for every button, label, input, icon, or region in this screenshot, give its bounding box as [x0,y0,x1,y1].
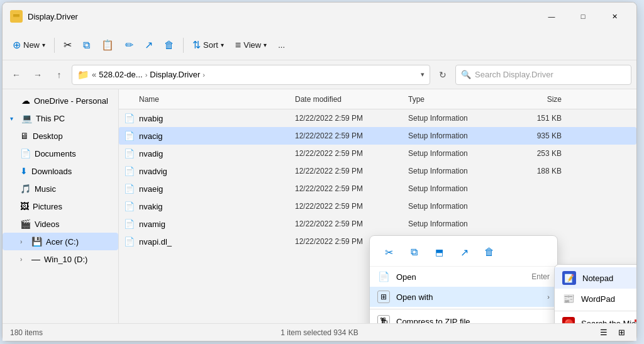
rename-icon: ✏ [125,39,133,51]
cm-openwith-icon: ⊞ [377,291,390,303]
sidebar-item-label: Documents [35,149,113,158]
file-type: Setup Information [408,167,521,175]
file-date: 12/22/2022 2:59 PM [295,202,408,211]
sidebar-item-d-drive[interactable]: › — Win_10 (D:) [3,250,118,268]
file-type: Setup Information [408,202,521,211]
breadcrumb[interactable]: 📁 « 528.02-de... › Display.Driver › ▾ [72,65,430,85]
up-button[interactable]: ↑ [50,66,68,84]
cm-zip-item[interactable]: 🗜 Compress to ZIP file [370,311,557,323]
submenu-item-notepad[interactable]: 📝 Notepad [555,267,636,289]
file-name: 📄 nvacig [119,131,295,141]
sort-icon: ⇅ [192,39,201,51]
sidebar-item-music[interactable]: 🎵 Music [3,180,118,197]
breadcrumb-folder-icon: 📁 [77,69,89,80]
cm-open-item[interactable]: 📄 Open Enter [370,267,557,287]
new-icon: ⊕ [13,39,21,51]
sidebar-item-pictures[interactable]: 🖼 Pictures [3,197,118,215]
file-name: 📄 nvadig [119,148,295,158]
view-icon: ≡ [235,40,241,51]
table-row[interactable]: 📄 nvadvig 12/22/2022 2:59 PM Setup Infor… [119,162,636,180]
sidebar-item-downloads[interactable]: ⬇ Downloads [3,162,118,180]
delete-button[interactable]: 🗑 [159,36,179,54]
table-row[interactable]: 📄 nvadig 12/22/2022 2:59 PM Setup Inform… [119,145,636,162]
arrow-icon: ▾ [10,115,18,122]
table-row[interactable]: 📄 nvamig 12/22/2022 2:59 PM Setup Inform… [119,215,636,233]
sidebar-item-onedrive[interactable]: ☁ OneDrive - Personal [3,92,118,109]
sidebar-item-label: Downloads [31,167,113,176]
search-placeholder: Search Display.Driver [475,70,553,79]
breadcrumb-dropdown-icon[interactable]: ▾ [421,70,425,79]
rename-button[interactable]: ✏ [120,36,138,54]
maximize-button[interactable]: □ [569,6,597,26]
sidebar-item-videos[interactable]: 🎬 Videos [3,215,118,233]
view-label: View [243,40,261,50]
submenu-item-store[interactable]: 🔴 Search the Microsoft Store [555,313,636,323]
new-button[interactable]: ⊕ New ▾ [8,36,50,54]
refresh-button[interactable]: ↻ [434,66,452,84]
cut-button[interactable]: ✂ [58,36,77,54]
cm-openwith-item[interactable]: ⊞ Open with › [370,287,557,307]
file-name-text: nvacig [139,131,163,141]
column-size-header[interactable]: Size [521,95,572,104]
cm-cut-button[interactable]: ✂ [377,242,400,262]
sidebar-item-label: This PC [36,114,113,123]
minimize-button[interactable]: — [537,6,566,26]
videos-icon: 🎬 [20,219,31,229]
cm-delete-button[interactable]: 🗑 [478,242,501,262]
close-button[interactable]: ✕ [600,6,629,26]
store-icon: 🔴 [562,317,575,323]
submenu-item-label: Notepad [582,274,613,283]
column-name-header[interactable]: Name [119,95,295,104]
sidebar-item-desktop[interactable]: 🖥 Desktop [3,127,118,145]
sidebar-item-thispc[interactable]: ▾ 💻 This PC [3,109,118,127]
table-row[interactable]: 📄 nvacig 12/22/2022 2:59 PM Setup Inform… [119,127,636,145]
delete-icon: 🗑 [164,40,174,51]
submenu-item-wordpad[interactable]: 📰 WordPad [555,289,636,309]
table-row[interactable]: 📄 nvakig 12/22/2022 2:59 PM Setup Inform… [119,197,636,215]
search-bar[interactable]: 🔍 Search Display.Driver [455,65,631,85]
table-row[interactable]: 📄 nvaeig 12/22/2022 2:59 PM Setup Inform… [119,180,636,197]
new-label: New [23,40,40,50]
breadcrumb-part1: « [92,70,96,79]
sidebar-item-label: OneDrive - Personal [34,96,113,106]
forward-button[interactable]: → [29,66,47,84]
file-date: 12/22/2022 2:59 PM [295,131,408,140]
breadcrumb-sep1: › [145,71,148,79]
more-button[interactable]: ... [273,37,290,53]
view-button[interactable]: ≡ View ▾ [230,36,272,54]
sidebar: ☁ OneDrive - Personal ▾ 💻 This PC 🖥 Desk… [3,89,119,323]
file-name: 📄 nvamig [119,219,295,229]
back-button[interactable]: ← [8,66,25,84]
desktop-icon: 🖥 [20,131,29,141]
table-row[interactable]: 📄 nvabig 12/22/2022 2:59 PM Setup Inform… [119,109,636,127]
file-type: Setup Information [408,114,521,123]
cm-copy-button[interactable]: ⧉ [402,242,425,262]
column-type-header[interactable]: Type [408,95,521,104]
share-icon: ↗ [145,39,153,51]
wordpad-icon: 📰 [562,292,575,305]
file-icon: 📄 [124,113,135,123]
share-button[interactable]: ↗ [140,36,158,54]
cm-paste-button[interactable]: ⬒ [428,242,450,262]
paste-button[interactable]: 📋 [96,36,119,54]
breadcrumb-folder1: 528.02-de... [99,70,142,79]
window-icon [10,10,23,23]
grid-view-button[interactable]: ⊞ [614,325,629,340]
cm-open-label: Open [396,272,525,282]
sidebar-item-documents[interactable]: 📄 Documents [3,145,118,162]
arrow-icon: › [20,238,28,245]
file-size: 253 KB [521,149,572,158]
sidebar-item-c-drive[interactable]: › 💾 Acer (C:) [3,233,118,250]
toolbar-separator-1 [54,38,55,53]
file-icon: 📄 [124,201,135,211]
file-icon: 📄 [124,148,135,158]
list-view-button[interactable]: ☰ [596,325,611,340]
sort-button[interactable]: ⇅ Sort ▾ [187,36,229,54]
file-size: 935 KB [521,131,572,140]
file-size: 188 KB [521,167,572,175]
copy-button[interactable]: ⧉ [78,36,95,54]
cm-share-button[interactable]: ↗ [453,242,475,262]
column-date-header[interactable]: Date modified [295,95,408,104]
file-name-text: nvabig [139,114,163,123]
file-name: 📄 nvabig [119,113,295,123]
